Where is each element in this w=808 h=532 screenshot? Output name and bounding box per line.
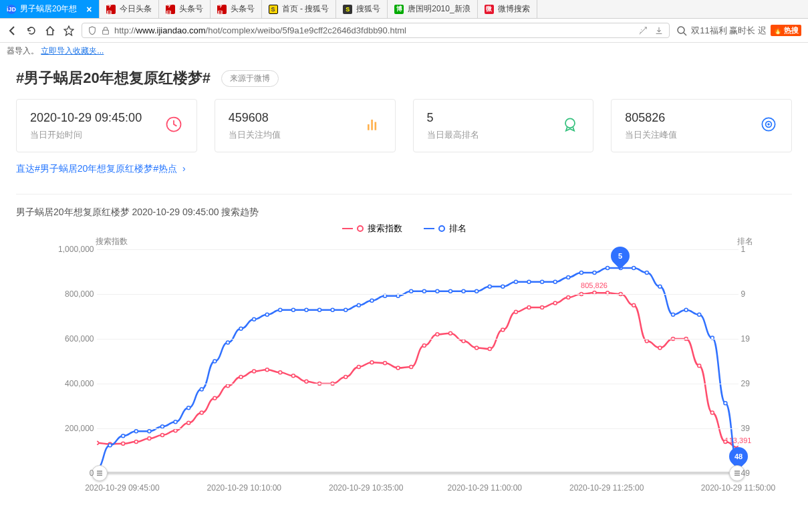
- series-line: [97, 268, 738, 469]
- chart-legend: 搜索指数 排名: [16, 223, 792, 235]
- wand-icon[interactable]: [638, 26, 648, 35]
- svg-point-16: [174, 429, 177, 432]
- bookmark-star-icon[interactable]: [63, 25, 75, 37]
- hotspot-link-row: 直达#男子蜗居20年想复原红楼梦#热点 ›: [16, 163, 792, 175]
- browser-tab[interactable]: 今日 头条号: [211, 0, 262, 18]
- svg-point-32: [383, 362, 386, 365]
- svg-point-87: [448, 289, 452, 293]
- tab-favicon: 今日: [166, 5, 175, 14]
- svg-point-99: [605, 266, 609, 269]
- browser-tab[interactable]: iJD 男子蜗居20年想×: [0, 0, 100, 18]
- svg-point-26: [304, 380, 307, 383]
- shield-icon: [88, 26, 97, 35]
- svg-rect-0: [103, 30, 109, 34]
- browser-tab[interactable]: S 搜狐号: [336, 0, 388, 18]
- svg-point-1: [678, 27, 684, 33]
- svg-point-85: [422, 289, 426, 293]
- svg-point-108: [723, 402, 726, 405]
- svg-point-53: [658, 346, 661, 350]
- stat-cards: 2020-10-29 09:45:00 当日开始时间 459608 当日关注均值…: [16, 99, 792, 152]
- tab-favicon: iJD: [7, 5, 16, 14]
- svg-point-10: [97, 441, 99, 444]
- svg-point-51: [632, 303, 635, 307]
- stat-label: 当日最高排名: [427, 129, 479, 141]
- y1-tick: 600,000: [50, 334, 94, 344]
- browser-tab[interactable]: 今日 今日头条: [100, 0, 159, 18]
- range-slider[interactable]: [97, 471, 738, 475]
- svg-point-66: [174, 420, 177, 424]
- svg-point-63: [134, 430, 138, 433]
- stat-value: 459608: [229, 111, 281, 125]
- svg-point-44: [540, 306, 543, 309]
- svg-point-77: [317, 308, 321, 311]
- back-button[interactable]: [7, 25, 19, 37]
- stat-label: 当日关注峰值: [625, 129, 677, 141]
- bookmark-import-link[interactable]: 立即导入收藏夹...: [41, 45, 104, 57]
- svg-point-30: [357, 365, 360, 368]
- svg-point-61: [108, 444, 112, 447]
- tab-label: 头条号: [179, 3, 203, 15]
- tab-favicon: S: [343, 5, 352, 14]
- svg-point-74: [278, 308, 281, 311]
- svg-point-15: [160, 434, 164, 437]
- refresh-button[interactable]: [25, 25, 37, 37]
- home-button[interactable]: [44, 25, 56, 37]
- tab-close-icon[interactable]: ×: [86, 4, 92, 15]
- chart-title: 男子蜗居20年想复原红楼梦 2020-10-29 09:45:00 搜索趋势: [16, 207, 792, 219]
- svg-point-31: [370, 361, 373, 364]
- lock-icon: [101, 26, 110, 35]
- url-field[interactable]: http://www.ijiandao.com/hot/complex/weib…: [82, 23, 670, 38]
- clock-icon: [164, 115, 183, 136]
- svg-point-43: [527, 306, 531, 309]
- svg-point-22: [252, 370, 255, 373]
- svg-point-34: [409, 365, 412, 368]
- stat-card-c3: 5 当日最高排名: [413, 99, 594, 152]
- chart-value-label: 805,826: [581, 281, 608, 289]
- svg-point-76: [304, 308, 307, 311]
- chart-area: 搜索指数 排名 805,8265113,39148 0200,000400,00…: [30, 236, 779, 503]
- svg-point-92: [514, 280, 517, 283]
- browser-tab[interactable]: S 首页 - 搜狐号: [262, 0, 337, 18]
- svg-point-23: [265, 368, 269, 372]
- chart-pin: 48: [729, 447, 748, 466]
- svg-rect-4: [371, 120, 373, 130]
- y2-tick: 29: [741, 379, 764, 388]
- y1-tick: 1,000,000: [50, 245, 94, 254]
- svg-point-69: [213, 360, 216, 363]
- download-icon[interactable]: [654, 26, 664, 35]
- svg-point-65: [160, 425, 164, 428]
- svg-point-33: [396, 366, 400, 370]
- chart-pin: 5: [611, 247, 630, 265]
- y1-tick: 800,000: [50, 289, 94, 299]
- svg-point-19: [213, 396, 216, 400]
- svg-point-40: [488, 348, 491, 351]
- search-box[interactable]: 双11福利 赢时长 迟 🔥热搜: [676, 25, 801, 37]
- x-tick: 2020-10-29 10:35:00: [329, 483, 403, 493]
- tab-label: 男子蜗居20年想: [20, 3, 77, 15]
- y1-tick: 200,000: [50, 424, 94, 433]
- stat-card-c4: 805826 当日关注峰值: [611, 99, 792, 152]
- svg-point-104: [671, 313, 674, 316]
- svg-point-29: [344, 375, 347, 378]
- stat-card-c2: 459608 当日关注均值: [215, 99, 396, 152]
- x-tick: 2020-10-29 11:25:00: [569, 483, 644, 493]
- legend-item-search-index[interactable]: 搜索指数: [342, 223, 402, 235]
- y1-axis-label: 搜索指数: [96, 236, 128, 247]
- stat-value: 805826: [625, 111, 677, 125]
- legend-item-rank[interactable]: 排名: [424, 223, 466, 235]
- hotspot-link[interactable]: 直达#男子蜗居20年想复原红楼梦#热点 ›: [16, 163, 186, 174]
- tab-label: 今日头条: [120, 3, 152, 15]
- chart-value-label: 113,391: [725, 436, 752, 444]
- svg-point-13: [134, 440, 138, 444]
- svg-point-84: [409, 289, 412, 293]
- svg-point-90: [488, 285, 491, 288]
- svg-point-46: [566, 296, 569, 299]
- browser-tab[interactable]: 今日 头条号: [159, 0, 211, 18]
- x-tick: 2020-10-29 10:10:00: [207, 483, 281, 493]
- browser-tab[interactable]: 微 微博搜索: [478, 0, 537, 18]
- svg-point-12: [121, 442, 124, 445]
- svg-point-101: [632, 266, 635, 269]
- tab-favicon: 今日: [106, 5, 116, 14]
- y1-tick: 0: [50, 469, 94, 478]
- browser-tab[interactable]: 博 唐国明2010_新浪: [388, 0, 477, 18]
